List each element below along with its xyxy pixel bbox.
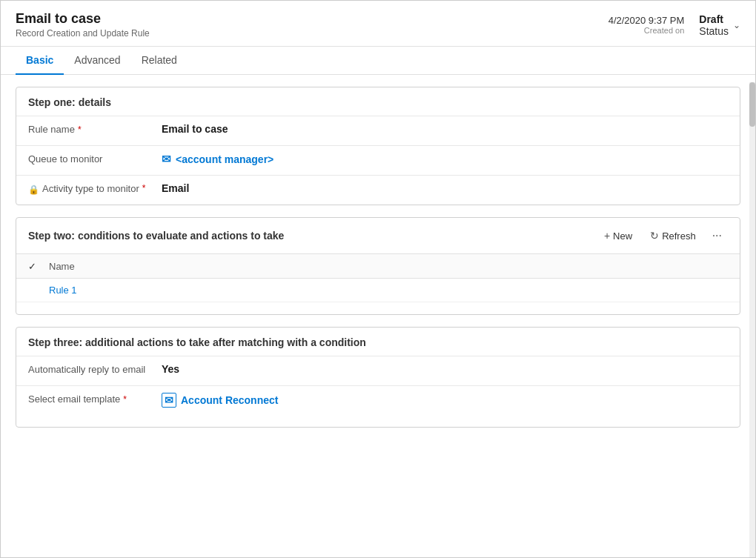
field-row-queue: Queue to monitor ✉ <account manager> [16,145,740,175]
scrollbar-thumb[interactable] [749,82,755,127]
header-status: Draft Status ⌄ [699,13,740,37]
step-two-title: Step two: conditions to evaluate and act… [28,230,284,242]
auto-reply-label: Automatically reply to email [28,362,162,375]
tab-advanced[interactable]: Advanced [64,47,130,75]
date-label: Created on [609,26,685,35]
tab-related[interactable]: Related [131,47,188,75]
status-chevron-icon[interactable]: ⌄ [733,20,740,30]
tab-basic[interactable]: Basic [16,47,64,75]
template-required: * [123,394,127,405]
page-subtitle: Record Creation and Update Rule [16,28,150,39]
check-col-header: ✓ [28,260,49,272]
template-value[interactable]: ✉ Account Reconnect [162,392,728,408]
header-right: 4/2/2020 9:37 PM Created on Draft Status… [609,13,740,37]
rule-name-label: Rule name * [28,122,162,135]
table-header: ✓ Name [16,254,740,279]
rule-name-required: * [78,124,82,135]
template-label: Select email template * [28,392,162,405]
field-row-template: Select email template * ✉ Account Reconn… [16,385,740,415]
more-icon: ··· [712,229,722,242]
step-two-bottom-spacer [16,302,740,314]
check-icon: ✓ [28,261,36,272]
refresh-icon: ↻ [650,230,659,242]
table-row[interactable]: Rule 1 [16,279,740,302]
auto-reply-value: Yes [162,362,728,375]
field-row-auto-reply: Automatically reply to email Yes [16,356,740,385]
step-one-section: Step one: details Rule name * Email to c… [16,87,740,205]
main-content: Step one: details Rule name * Email to c… [1,75,755,544]
refresh-label: Refresh [662,230,696,242]
col-name-header: Name [49,261,75,272]
queue-label: Queue to monitor [28,152,162,165]
header-left: Email to case Record Creation and Update… [16,11,150,39]
page-header: Email to case Record Creation and Update… [1,1,755,47]
refresh-button[interactable]: ↻ Refresh [643,226,703,245]
field-row-activity: 🔒 Activity type to monitor * Email [16,175,740,205]
activity-value: Email [162,182,728,194]
status-info: Draft Status [699,13,729,37]
step-three-title: Step three: additional actions to take a… [16,328,740,356]
page-title: Email to case [16,11,150,27]
row-name-value[interactable]: Rule 1 [49,285,77,296]
queue-icon: ✉ [162,153,171,166]
step-two-header: Step two: conditions to evaluate and act… [16,218,740,254]
status-label: Status [699,25,729,37]
step-two-section: Step two: conditions to evaluate and act… [16,217,740,315]
scrollbar-track [749,82,755,558]
step-three-section: Step three: additional actions to take a… [16,327,740,428]
rule-name-value: Email to case [162,122,728,135]
queue-value[interactable]: ✉ <account manager> [162,152,728,166]
date-value: 4/2/2020 9:37 PM [609,15,685,26]
template-icon: ✉ [162,393,176,408]
status-value: Draft [699,13,729,25]
more-options-button[interactable]: ··· [706,225,728,246]
tab-bar: Basic Advanced Related [1,47,755,75]
header-date: 4/2/2020 9:37 PM Created on [609,15,685,35]
activity-required: * [142,183,146,193]
step-three-bottom-spacer [16,415,740,427]
new-label: New [613,230,632,242]
field-row-rule-name: Rule name * Email to case [16,116,740,145]
activity-label: 🔒 Activity type to monitor * [28,182,162,195]
step-one-title: Step one: details [16,87,740,116]
new-button[interactable]: + New [597,226,640,245]
step-two-actions: + New ↻ Refresh ··· [597,225,728,246]
plus-icon: + [604,230,610,242]
lock-icon: 🔒 [28,185,39,195]
